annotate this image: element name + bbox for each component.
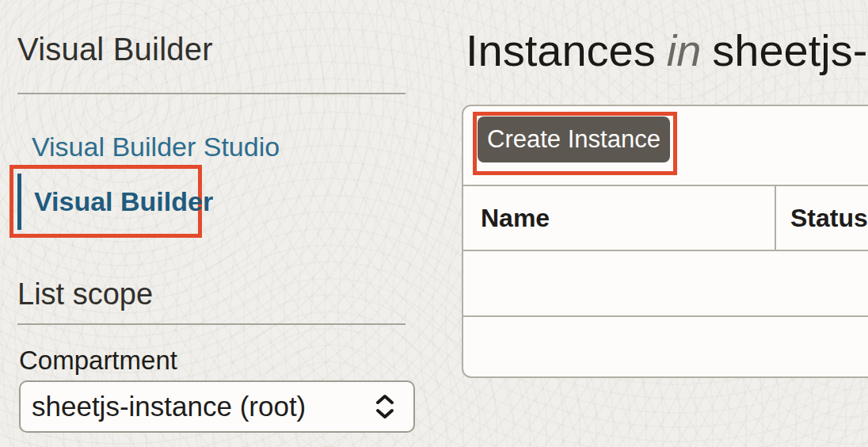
page-background: Visual Builder Visual Builder Studio Vis… (0, 0, 868, 447)
table-header-row: Name Status (463, 186, 868, 251)
create-instance-button[interactable]: Create Instance (478, 117, 670, 162)
page-title-scope: sheetjs- (712, 25, 867, 75)
page-title: Instancesinsheetjs- (466, 26, 867, 75)
compartment-label: Compartment (19, 347, 177, 373)
sidebar-item-visual-builder[interactable]: Visual Builder (17, 174, 213, 230)
sidebar-title: Visual Builder (17, 33, 213, 65)
compartment-select-value: sheetjs-instance (root) (32, 391, 306, 422)
chevrons-up-down-icon (375, 394, 394, 419)
sidebar-item-label: Visual Builder (34, 186, 213, 217)
page-title-connector: in (667, 25, 702, 75)
instances-panel: Create Instance Name Status (462, 105, 868, 378)
page-title-prefix: Instances (466, 25, 656, 75)
annotation-highlight-sidebar: Visual Builder (10, 165, 202, 238)
compartment-select[interactable]: sheetjs-instance (root) (19, 380, 415, 433)
column-header-name: Name (463, 186, 775, 250)
column-header-status: Status (775, 186, 868, 250)
sidebar-divider (17, 93, 405, 94)
table-row (463, 317, 868, 376)
instances-toolbar: Create Instance (463, 106, 868, 186)
sidebar-item-visual-builder-studio[interactable]: Visual Builder Studio (32, 133, 280, 160)
annotation-highlight-create-button: Create Instance (473, 112, 677, 175)
list-scope-title: List scope (17, 279, 153, 309)
table-row (463, 251, 868, 317)
list-scope-divider (17, 323, 405, 325)
